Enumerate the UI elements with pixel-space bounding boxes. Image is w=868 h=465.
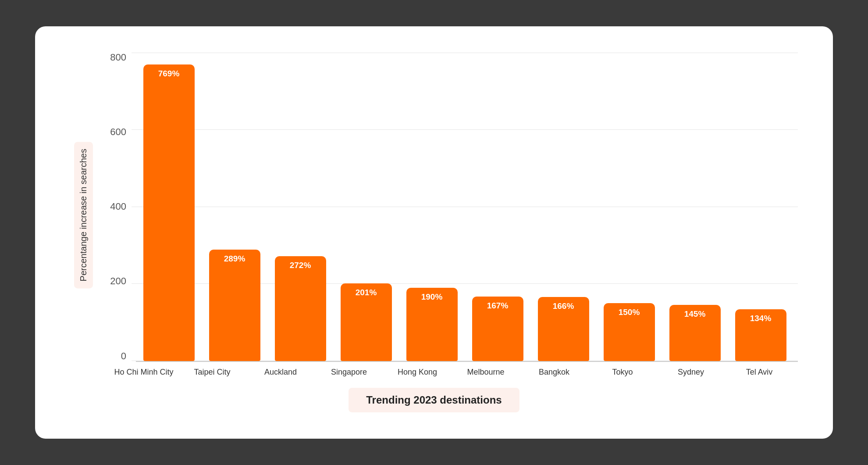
chart-container: Percentange increase in searches 0200400… — [35, 26, 833, 439]
x-label: Ho Chi Minh City — [114, 367, 173, 377]
bar-value-label: 190% — [421, 292, 443, 302]
bar: 134% — [735, 309, 786, 361]
bar: 272% — [275, 256, 326, 361]
bar-value-label: 272% — [290, 261, 311, 270]
bar-value-label: 134% — [750, 314, 772, 323]
x-label-group: Ho Chi Minh City — [110, 362, 178, 377]
chart-title: Trending 2023 destinations — [349, 388, 519, 412]
bar-group: 201% — [333, 53, 399, 361]
bar-value-label: 145% — [684, 309, 706, 319]
bar-group: 134% — [728, 53, 793, 361]
bar: 289% — [209, 250, 260, 361]
x-label-group: Bangkok — [520, 362, 588, 377]
chart-area: Percentange increase in searches 0200400… — [70, 53, 798, 377]
y-axis-label: Percentange increase in searches — [74, 142, 93, 288]
bar: 166% — [538, 297, 589, 361]
x-label: Singapore — [331, 367, 367, 377]
bar-group: 150% — [596, 53, 662, 361]
x-label: Melbourne — [467, 367, 504, 377]
x-label: Hong Kong — [398, 367, 437, 377]
x-label: Taipei City — [194, 367, 230, 377]
bar-group: 167% — [465, 53, 530, 361]
bar-group: 190% — [399, 53, 465, 361]
bar-group: 145% — [662, 53, 728, 361]
bars-and-grid: 769%289%272%201%190%167%166%150%145%134% — [132, 53, 798, 361]
x-label-group: Melbourne — [452, 362, 520, 377]
x-axis-labels: Ho Chi Minh CityTaipei CityAucklandSinga… — [105, 362, 798, 377]
plot-area: 0200400600800 769%289%272%201%190%167%16… — [105, 53, 798, 361]
chart-inner: 0200400600800 769%289%272%201%190%167%16… — [105, 53, 798, 377]
bar: 150% — [604, 303, 655, 361]
bar-group: 166% — [530, 53, 596, 361]
y-tick: 0 — [105, 351, 132, 361]
bar-value-label: 167% — [487, 301, 509, 311]
bar-value-label: 769% — [158, 69, 180, 79]
bar: 769% — [143, 64, 195, 361]
bar-group: 289% — [202, 53, 267, 361]
bar: 201% — [341, 283, 392, 361]
bar-value-label: 289% — [224, 254, 245, 264]
x-label-group: Sydney — [657, 362, 725, 377]
y-ticks: 0200400600800 — [105, 53, 132, 361]
y-axis-label-container: Percentange increase in searches — [70, 53, 96, 377]
bar-group: 272% — [267, 53, 333, 361]
bar-value-label: 150% — [619, 308, 640, 317]
bar: 190% — [406, 288, 458, 361]
y-tick: 600 — [105, 127, 132, 137]
x-label-group: Singapore — [315, 362, 383, 377]
x-label: Auckland — [264, 367, 297, 377]
bar-value-label: 201% — [356, 288, 377, 297]
bar-value-label: 166% — [553, 301, 574, 311]
x-label: Tokyo — [612, 367, 633, 377]
chart-title-container: Trending 2023 destinations — [70, 388, 798, 412]
bar-group: 769% — [136, 53, 202, 361]
bars-row: 769%289%272%201%190%167%166%150%145%134% — [132, 53, 798, 361]
x-label-group: Auckland — [246, 362, 315, 377]
x-label-group: Hong Kong — [383, 362, 452, 377]
x-label-group: Taipei City — [178, 362, 246, 377]
bar: 145% — [669, 305, 721, 361]
x-label: Sydney — [678, 367, 704, 377]
y-tick: 800 — [105, 53, 132, 62]
y-tick: 200 — [105, 276, 132, 286]
y-tick: 400 — [105, 202, 132, 211]
x-label-group: Tokyo — [588, 362, 657, 377]
x-label-group: Tel Aviv — [725, 362, 793, 377]
x-label: Bangkok — [539, 367, 569, 377]
bar: 167% — [472, 297, 523, 361]
x-label: Tel Aviv — [746, 367, 773, 377]
